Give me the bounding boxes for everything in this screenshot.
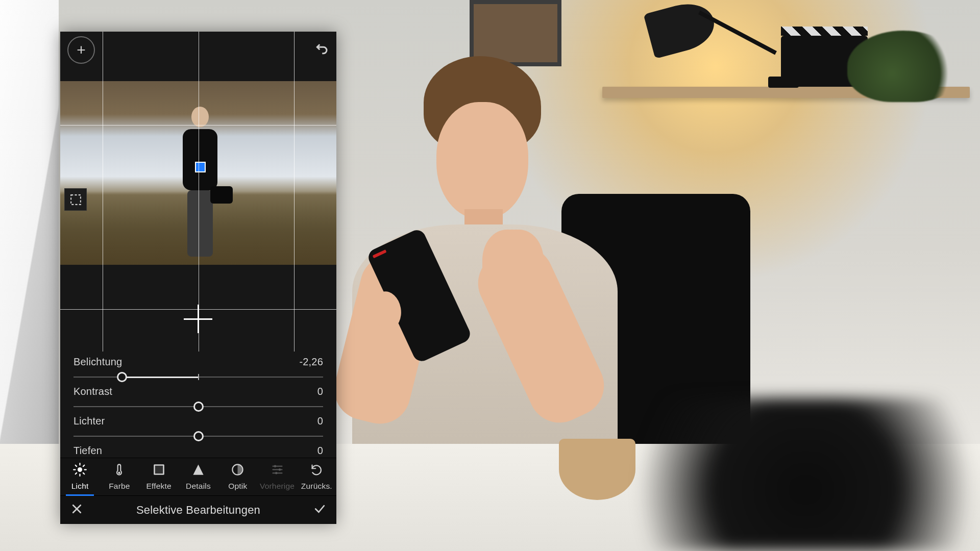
svg-point-10 [118,471,121,474]
reset-icon [310,463,324,479]
light-adjust-panel: Belichtung -2,26 Kontrast 0 Lichter 0 Ti… [60,352,336,458]
grid-line-horizontal [60,309,336,310]
plus-icon: + [77,41,86,59]
tool-licht[interactable]: Licht [60,458,100,495]
slider-row-belichtung: Belichtung -2,26 [74,356,323,384]
undo-button[interactable] [314,41,329,59]
photo-subject [177,107,224,260]
svg-point-17 [274,465,276,468]
sliders-icon [271,463,284,479]
slider-row-tiefen: Tiefen 0 [74,445,323,457]
tool-effekte[interactable]: Effekte [139,458,179,495]
tool-farbe[interactable]: Farbe [100,458,139,495]
cancel-selective-button[interactable] [70,503,83,518]
lens-icon [231,463,244,479]
slider-value: 0 [317,415,323,427]
svg-rect-12 [154,465,163,474]
square-icon [152,463,166,479]
tool-label: Optik [228,482,247,491]
edit-canvas[interactable] [60,68,336,352]
bg-lamp-head [644,0,720,59]
svg-line-6 [76,465,77,466]
video-frame: + Belichtung -2,26 [0,0,980,551]
selection-tool-button[interactable] [64,188,87,211]
app-topbar: + [60,32,336,68]
tool-label: Zurücks. [301,482,332,491]
mode-confirm-bar: Selektive Bearbeitungen [60,495,336,524]
slider-value: 0 [317,386,323,397]
close-icon [70,503,83,515]
undo-icon [314,41,329,57]
slider-active-segment [122,377,198,378]
grid-line-vertical [199,32,199,352]
lightroom-mobile-app: + Belichtung -2,26 [60,32,336,524]
slider-track[interactable] [74,429,323,443]
confirm-selective-button[interactable] [313,503,326,518]
grid-line-vertical [294,32,295,352]
svg-line-9 [83,465,84,466]
tool-zuruecks[interactable]: Zurücks. [297,458,336,495]
grid-line-horizontal [60,125,336,126]
tool-vorherige: Vorherige [257,458,297,495]
mode-title: Selektive Bearbeitungen [83,504,313,517]
tool-label: Effekte [146,482,172,491]
slider-handle[interactable] [193,431,204,441]
svg-point-18 [278,468,281,471]
bg-plant [847,31,960,102]
slider-track[interactable] [74,399,323,414]
tool-optik[interactable]: Optik [218,458,257,495]
tool-label: Farbe [109,482,130,491]
tool-details[interactable]: Details [179,458,218,495]
tool-label: Details [186,482,211,491]
slider-label: Tiefen [74,445,102,457]
selective-edit-pin[interactable] [196,163,205,171]
slider-value: -2,26 [299,356,323,368]
slider-track[interactable] [74,370,323,384]
bg-monitor-edge [0,0,59,459]
marquee-icon [69,193,82,206]
slider-handle[interactable] [193,402,204,412]
tool-label: Vorherige [260,482,295,491]
grid-line-vertical [103,32,103,352]
svg-line-8 [76,473,77,474]
sun-icon [73,463,87,479]
svg-point-1 [78,467,82,472]
slider-handle[interactable] [117,372,127,382]
add-button[interactable]: + [67,36,95,64]
slider-label: Belichtung [74,356,122,368]
triangle-icon [191,463,205,479]
slider-row-lichter: Lichter 0 [74,415,323,443]
check-icon [313,503,326,515]
thermo-icon [112,463,126,479]
slider-label: Kontrast [74,386,112,397]
slider-value: 0 [317,445,323,457]
slider-row-kontrast: Kontrast 0 [74,386,323,414]
slider-label: Lichter [74,415,105,427]
bg-foreground-camera [592,398,980,551]
svg-point-19 [275,472,278,474]
adjust-category-toolbar: Licht Farbe Effekte Details Optik Vorher… [60,458,336,495]
svg-rect-0 [71,195,81,205]
tool-label: Licht [71,482,89,491]
presenter [316,41,643,459]
svg-line-7 [83,473,84,474]
